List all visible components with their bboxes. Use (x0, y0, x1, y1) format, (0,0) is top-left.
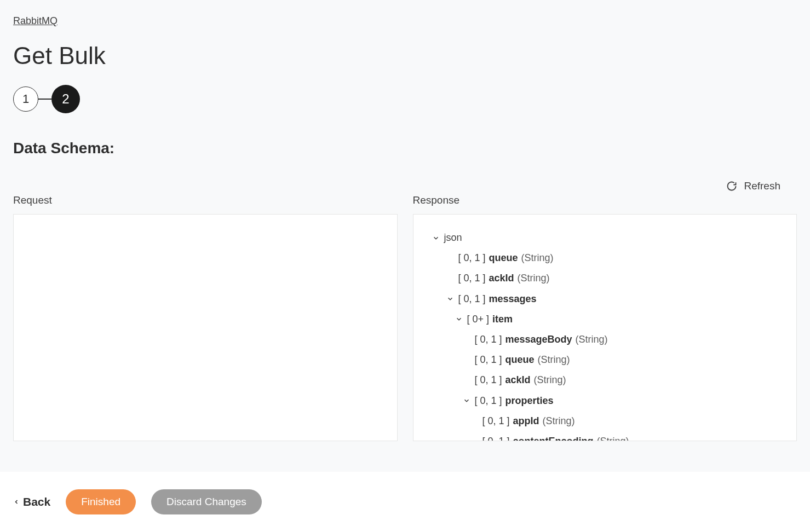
step-connector (38, 99, 51, 100)
chevron-down-icon[interactable] (445, 294, 455, 304)
tree-row-json[interactable]: json (424, 228, 786, 248)
breadcrumb-rabbitmq[interactable]: RabbitMQ (13, 15, 58, 27)
request-panel (13, 214, 398, 441)
cardinality: [ 0, 1 ] (482, 414, 510, 428)
tree-row-item-queue[interactable]: [ 0, 1 ] queue (String) (424, 350, 786, 370)
footer: Back Finished Discard Changes (0, 472, 810, 532)
refresh-label: Refresh (744, 180, 780, 192)
cardinality: [ 0, 1 ] (475, 333, 502, 346)
step-1[interactable]: 1 (13, 86, 38, 112)
page-title: Get Bulk (13, 42, 797, 70)
stepper: 1 2 (13, 85, 797, 113)
tree-row-appid[interactable]: [ 0, 1 ] appId (String) (424, 411, 786, 431)
field-type: (String) (521, 251, 554, 265)
field-type: (String) (597, 435, 629, 441)
request-label: Request (13, 194, 398, 206)
tree-row-properties[interactable]: [ 0, 1 ] properties (424, 391, 786, 411)
tree-row-contentencoding[interactable]: [ 0, 1 ] contentEncoding (String) (424, 431, 786, 441)
refresh-icon (726, 181, 737, 192)
cardinality: [ 0, 1 ] (475, 373, 502, 387)
response-label: Response (413, 194, 797, 206)
field-name: ackId (489, 271, 514, 285)
cardinality: [ 0+ ] (467, 313, 490, 326)
field-type: (String) (543, 414, 575, 428)
field-name: queue (505, 353, 535, 367)
cardinality: [ 0, 1 ] (475, 394, 502, 408)
field-type: (String) (576, 333, 608, 346)
section-title: Data Schema: (13, 140, 797, 157)
tree-row-item[interactable]: [ 0+ ] item (424, 309, 786, 329)
back-label: Back (23, 495, 50, 508)
field-name: ackId (505, 373, 531, 387)
field-name: messageBody (505, 333, 572, 346)
cardinality: [ 0, 1 ] (482, 435, 510, 441)
cardinality: [ 0, 1 ] (458, 251, 486, 265)
field-name: item (492, 313, 513, 326)
field-name: queue (489, 251, 518, 265)
cardinality: [ 0, 1 ] (458, 271, 486, 285)
tree-row-item-ackid[interactable]: [ 0, 1 ] ackId (String) (424, 370, 786, 390)
chevron-down-icon[interactable] (462, 396, 472, 406)
chevron-left-icon (13, 499, 20, 505)
back-button[interactable]: Back (13, 495, 50, 508)
field-type: (String) (518, 271, 550, 285)
cardinality: [ 0, 1 ] (458, 292, 486, 306)
tree-row-messages[interactable]: [ 0, 1 ] messages (424, 289, 786, 309)
step-2[interactable]: 2 (51, 85, 80, 113)
field-name: properties (505, 394, 554, 408)
tree-row-ackid[interactable]: [ 0, 1 ] ackId (String) (424, 268, 786, 288)
field-name: messages (489, 292, 537, 306)
chevron-down-icon[interactable] (431, 233, 441, 243)
field-name: contentEncoding (513, 435, 594, 441)
field-type: (String) (534, 373, 566, 387)
discard-button[interactable]: Discard Changes (151, 489, 262, 514)
tree-row-queue[interactable]: [ 0, 1 ] queue (String) (424, 248, 786, 268)
field-type: (String) (538, 353, 570, 367)
refresh-button[interactable]: Refresh (726, 180, 780, 192)
response-panel: json [ 0, 1 ] queue (String) [ 0, 1 ] ac… (413, 214, 797, 441)
finished-button[interactable]: Finished (66, 489, 136, 514)
cardinality: [ 0, 1 ] (475, 353, 502, 367)
tree-row-messagebody[interactable]: [ 0, 1 ] messageBody (String) (424, 329, 786, 350)
field-name: appId (513, 414, 539, 428)
tree-node-name: json (444, 231, 462, 245)
chevron-down-icon[interactable] (454, 314, 464, 324)
